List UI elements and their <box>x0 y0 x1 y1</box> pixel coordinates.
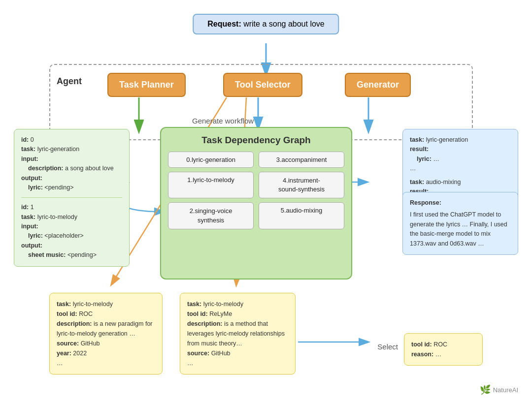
left-output-1: output: <box>21 241 122 250</box>
tdg-node-1: 1.lyric-to-melody <box>168 172 254 198</box>
byl-ellipsis: … <box>57 358 155 368</box>
byl-task: task: lyric-to-melody <box>57 299 155 309</box>
right-task-2: task: audio-mixing <box>410 178 511 187</box>
right-lyric-1: lyric: … <box>410 155 511 164</box>
tdg-node-2: 2.singing-voicesynthesis <box>168 202 254 229</box>
agent-label: Agent <box>57 76 82 87</box>
left-id-0: id: 0 <box>21 135 122 145</box>
left-id-1: id: 1 <box>21 203 122 212</box>
watermark-text: NatureAI <box>493 386 518 394</box>
left-task-0: task: lyric-generation <box>21 145 122 154</box>
left-input-1: input: <box>21 222 122 231</box>
watermark: 🌿 NatureAI <box>480 384 518 395</box>
bottom-yellow-left: task: lyric-to-melody tool id: ROC descr… <box>49 293 163 374</box>
left-task-1: task: lyric-to-melody <box>21 213 122 222</box>
byr-task: task: lyric-to-melody <box>187 299 288 309</box>
left-input-0: input: <box>21 155 122 164</box>
left-lyric-0: lyric: <pending> <box>21 183 122 192</box>
right-result-1: result: <box>410 145 511 154</box>
select-label: Select <box>377 342 398 351</box>
byr-source: source: GitHub <box>187 348 288 358</box>
select-reason: reason: … <box>411 349 475 359</box>
task-planner-button[interactable]: Task Planner <box>107 73 186 97</box>
byr-tool-id: tool id: ReLyMe <box>187 309 288 319</box>
response-label: Response: <box>410 198 511 208</box>
response-text: I first used the ChatGPT model to genera… <box>410 210 511 249</box>
diagram-container: Request: write a song about love Agent T… <box>0 0 532 404</box>
left-lyric-1: lyric: <placeholder> <box>21 231 122 241</box>
tdg-node-3: 3.accompaniment <box>259 152 344 168</box>
byl-tool-id: tool id: ROC <box>57 309 155 319</box>
left-output-0: output: <box>21 174 122 183</box>
left-info-box: id: 0 task: lyric-generation input: desc… <box>14 129 130 267</box>
request-text: write a song about love <box>243 20 325 28</box>
tdg-node-4: 4.instrument-sound-synthesis <box>259 172 344 198</box>
request-label: Request: <box>207 20 241 28</box>
byl-description: description: is a new paradigm for lyric… <box>57 319 155 339</box>
right-ellipsis-1: … <box>410 164 511 173</box>
byl-year: year: 2022 <box>57 348 155 358</box>
generate-workflow-label: Generate workflow <box>192 117 254 125</box>
left-desc-0: description: a song about love <box>21 164 122 173</box>
bottom-yellow-right: task: lyric-to-melody tool id: ReLyMe de… <box>180 293 296 374</box>
tdg-node-0: 0.lyric-generation <box>168 152 254 168</box>
request-box: Request: write a song about love <box>193 14 339 34</box>
tdg-title: Task Dependency Graph <box>168 135 344 146</box>
tool-selector-button[interactable]: Tool Selector <box>223 73 302 97</box>
select-tool-id: tool id: ROC <box>411 340 475 349</box>
generator-button[interactable]: Generator <box>345 73 411 97</box>
byr-ellipsis: … <box>187 358 288 368</box>
right-task-1: task: lyric-generation <box>410 135 511 145</box>
nature-ai-icon: 🌿 <box>480 384 491 395</box>
tdg-node-5: 5.audio-mixing <box>259 202 344 229</box>
right-response-box: Response: I first used the ChatGPT model… <box>402 192 518 255</box>
byl-source: source: GitHub <box>57 339 155 348</box>
byr-description: description: is a method that leverages … <box>187 319 288 348</box>
select-result-box: tool id: ROC reason: … <box>404 333 483 366</box>
left-sheet-1: sheet music: <pending> <box>21 250 122 260</box>
task-dependency-graph: Task Dependency Graph 0.lyric-generation… <box>160 127 352 280</box>
